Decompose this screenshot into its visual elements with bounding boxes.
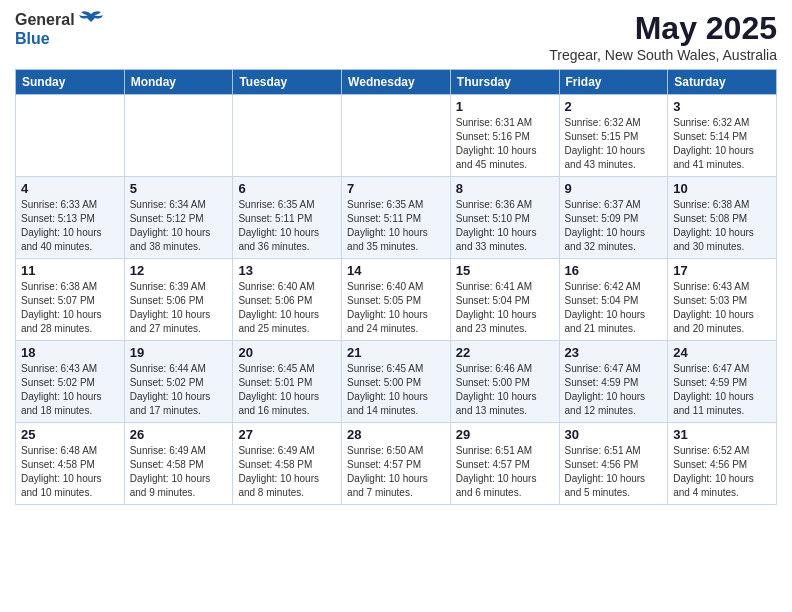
calendar-day-cell	[124, 95, 233, 177]
calendar-day-cell: 2Sunrise: 6:32 AM Sunset: 5:15 PM Daylig…	[559, 95, 668, 177]
day-number: 18	[21, 345, 119, 360]
calendar-week-row: 18Sunrise: 6:43 AM Sunset: 5:02 PM Dayli…	[16, 341, 777, 423]
calendar-week-row: 4Sunrise: 6:33 AM Sunset: 5:13 PM Daylig…	[16, 177, 777, 259]
day-info: Sunrise: 6:34 AM Sunset: 5:12 PM Dayligh…	[130, 198, 228, 254]
day-info: Sunrise: 6:41 AM Sunset: 5:04 PM Dayligh…	[456, 280, 554, 336]
calendar-day-cell: 9Sunrise: 6:37 AM Sunset: 5:09 PM Daylig…	[559, 177, 668, 259]
weekday-header-cell: Tuesday	[233, 70, 342, 95]
calendar-day-cell: 31Sunrise: 6:52 AM Sunset: 4:56 PM Dayli…	[668, 423, 777, 505]
day-number: 23	[565, 345, 663, 360]
calendar-day-cell: 15Sunrise: 6:41 AM Sunset: 5:04 PM Dayli…	[450, 259, 559, 341]
calendar-day-cell: 19Sunrise: 6:44 AM Sunset: 5:02 PM Dayli…	[124, 341, 233, 423]
day-number: 26	[130, 427, 228, 442]
day-number: 11	[21, 263, 119, 278]
day-info: Sunrise: 6:40 AM Sunset: 5:06 PM Dayligh…	[238, 280, 336, 336]
day-info: Sunrise: 6:35 AM Sunset: 5:11 PM Dayligh…	[347, 198, 445, 254]
day-number: 30	[565, 427, 663, 442]
day-info: Sunrise: 6:51 AM Sunset: 4:56 PM Dayligh…	[565, 444, 663, 500]
day-number: 17	[673, 263, 771, 278]
calendar-table: SundayMondayTuesdayWednesdayThursdayFrid…	[15, 69, 777, 505]
day-info: Sunrise: 6:32 AM Sunset: 5:14 PM Dayligh…	[673, 116, 771, 172]
weekday-header-cell: Sunday	[16, 70, 125, 95]
calendar-week-row: 25Sunrise: 6:48 AM Sunset: 4:58 PM Dayli…	[16, 423, 777, 505]
day-info: Sunrise: 6:52 AM Sunset: 4:56 PM Dayligh…	[673, 444, 771, 500]
day-info: Sunrise: 6:38 AM Sunset: 5:08 PM Dayligh…	[673, 198, 771, 254]
day-info: Sunrise: 6:39 AM Sunset: 5:06 PM Dayligh…	[130, 280, 228, 336]
calendar-day-cell: 29Sunrise: 6:51 AM Sunset: 4:57 PM Dayli…	[450, 423, 559, 505]
day-info: Sunrise: 6:43 AM Sunset: 5:03 PM Dayligh…	[673, 280, 771, 336]
calendar-body: 1Sunrise: 6:31 AM Sunset: 5:16 PM Daylig…	[16, 95, 777, 505]
weekday-header-cell: Thursday	[450, 70, 559, 95]
day-info: Sunrise: 6:36 AM Sunset: 5:10 PM Dayligh…	[456, 198, 554, 254]
day-info: Sunrise: 6:32 AM Sunset: 5:15 PM Dayligh…	[565, 116, 663, 172]
day-info: Sunrise: 6:44 AM Sunset: 5:02 PM Dayligh…	[130, 362, 228, 418]
day-number: 31	[673, 427, 771, 442]
day-number: 12	[130, 263, 228, 278]
day-number: 4	[21, 181, 119, 196]
calendar-day-cell: 17Sunrise: 6:43 AM Sunset: 5:03 PM Dayli…	[668, 259, 777, 341]
calendar-day-cell: 7Sunrise: 6:35 AM Sunset: 5:11 PM Daylig…	[342, 177, 451, 259]
day-number: 5	[130, 181, 228, 196]
day-number: 6	[238, 181, 336, 196]
calendar-day-cell: 8Sunrise: 6:36 AM Sunset: 5:10 PM Daylig…	[450, 177, 559, 259]
calendar-day-cell: 11Sunrise: 6:38 AM Sunset: 5:07 PM Dayli…	[16, 259, 125, 341]
day-info: Sunrise: 6:43 AM Sunset: 5:02 PM Dayligh…	[21, 362, 119, 418]
calendar-subtitle: Tregear, New South Wales, Australia	[549, 47, 777, 63]
day-number: 22	[456, 345, 554, 360]
calendar-day-cell: 14Sunrise: 6:40 AM Sunset: 5:05 PM Dayli…	[342, 259, 451, 341]
day-number: 19	[130, 345, 228, 360]
day-info: Sunrise: 6:31 AM Sunset: 5:16 PM Dayligh…	[456, 116, 554, 172]
day-number: 7	[347, 181, 445, 196]
day-info: Sunrise: 6:38 AM Sunset: 5:07 PM Dayligh…	[21, 280, 119, 336]
title-block: May 2025 Tregear, New South Wales, Austr…	[549, 10, 777, 63]
calendar-day-cell: 16Sunrise: 6:42 AM Sunset: 5:04 PM Dayli…	[559, 259, 668, 341]
logo: General Blue	[15, 10, 105, 48]
calendar-day-cell: 28Sunrise: 6:50 AM Sunset: 4:57 PM Dayli…	[342, 423, 451, 505]
calendar-day-cell: 25Sunrise: 6:48 AM Sunset: 4:58 PM Dayli…	[16, 423, 125, 505]
day-info: Sunrise: 6:37 AM Sunset: 5:09 PM Dayligh…	[565, 198, 663, 254]
day-number: 10	[673, 181, 771, 196]
day-number: 16	[565, 263, 663, 278]
calendar-day-cell: 21Sunrise: 6:45 AM Sunset: 5:00 PM Dayli…	[342, 341, 451, 423]
day-info: Sunrise: 6:45 AM Sunset: 5:01 PM Dayligh…	[238, 362, 336, 418]
calendar-day-cell: 3Sunrise: 6:32 AM Sunset: 5:14 PM Daylig…	[668, 95, 777, 177]
day-number: 25	[21, 427, 119, 442]
day-info: Sunrise: 6:42 AM Sunset: 5:04 PM Dayligh…	[565, 280, 663, 336]
calendar-day-cell: 12Sunrise: 6:39 AM Sunset: 5:06 PM Dayli…	[124, 259, 233, 341]
weekday-header-cell: Wednesday	[342, 70, 451, 95]
day-info: Sunrise: 6:51 AM Sunset: 4:57 PM Dayligh…	[456, 444, 554, 500]
calendar-day-cell	[16, 95, 125, 177]
calendar-day-cell: 1Sunrise: 6:31 AM Sunset: 5:16 PM Daylig…	[450, 95, 559, 177]
calendar-day-cell: 26Sunrise: 6:49 AM Sunset: 4:58 PM Dayli…	[124, 423, 233, 505]
day-info: Sunrise: 6:40 AM Sunset: 5:05 PM Dayligh…	[347, 280, 445, 336]
day-number: 20	[238, 345, 336, 360]
day-number: 13	[238, 263, 336, 278]
calendar-day-cell: 10Sunrise: 6:38 AM Sunset: 5:08 PM Dayli…	[668, 177, 777, 259]
weekday-header-cell: Friday	[559, 70, 668, 95]
calendar-day-cell: 18Sunrise: 6:43 AM Sunset: 5:02 PM Dayli…	[16, 341, 125, 423]
page-header: General Blue May 2025 Tregear, New South…	[15, 10, 777, 63]
calendar-day-cell: 22Sunrise: 6:46 AM Sunset: 5:00 PM Dayli…	[450, 341, 559, 423]
day-info: Sunrise: 6:35 AM Sunset: 5:11 PM Dayligh…	[238, 198, 336, 254]
day-number: 8	[456, 181, 554, 196]
day-info: Sunrise: 6:50 AM Sunset: 4:57 PM Dayligh…	[347, 444, 445, 500]
day-number: 1	[456, 99, 554, 114]
calendar-day-cell: 13Sunrise: 6:40 AM Sunset: 5:06 PM Dayli…	[233, 259, 342, 341]
calendar-day-cell: 6Sunrise: 6:35 AM Sunset: 5:11 PM Daylig…	[233, 177, 342, 259]
day-number: 9	[565, 181, 663, 196]
day-number: 3	[673, 99, 771, 114]
day-info: Sunrise: 6:33 AM Sunset: 5:13 PM Dayligh…	[21, 198, 119, 254]
day-number: 15	[456, 263, 554, 278]
calendar-title: May 2025	[549, 10, 777, 47]
calendar-day-cell	[342, 95, 451, 177]
day-number: 2	[565, 99, 663, 114]
calendar-day-cell: 20Sunrise: 6:45 AM Sunset: 5:01 PM Dayli…	[233, 341, 342, 423]
day-info: Sunrise: 6:47 AM Sunset: 4:59 PM Dayligh…	[565, 362, 663, 418]
weekday-header-row: SundayMondayTuesdayWednesdayThursdayFrid…	[16, 70, 777, 95]
day-number: 21	[347, 345, 445, 360]
day-number: 24	[673, 345, 771, 360]
day-info: Sunrise: 6:47 AM Sunset: 4:59 PM Dayligh…	[673, 362, 771, 418]
day-number: 29	[456, 427, 554, 442]
calendar-day-cell: 4Sunrise: 6:33 AM Sunset: 5:13 PM Daylig…	[16, 177, 125, 259]
weekday-header-cell: Saturday	[668, 70, 777, 95]
